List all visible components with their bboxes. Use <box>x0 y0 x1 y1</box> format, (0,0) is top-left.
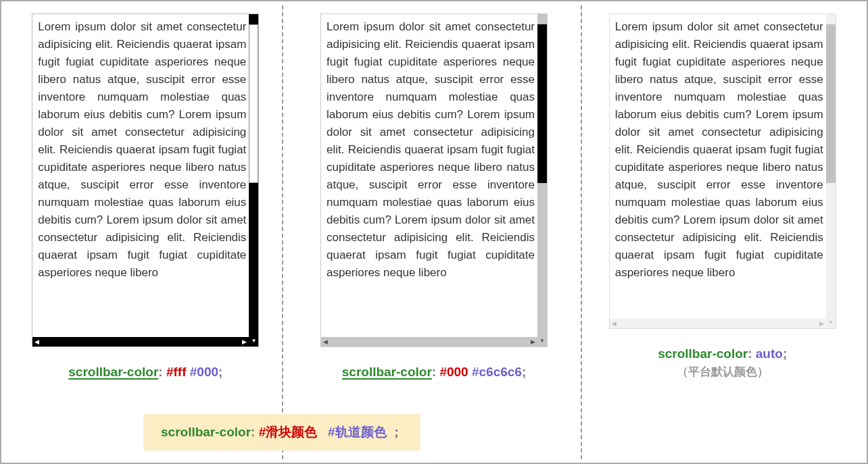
scroll-left-icon[interactable]: ◀ <box>34 337 39 346</box>
scroll-right-icon[interactable]: ▶ <box>531 337 535 346</box>
thumb-color: #000 <box>439 365 468 379</box>
scroll-down-icon[interactable]: ▼ <box>539 336 545 346</box>
scrollbar-thumb-vertical[interactable] <box>249 24 258 183</box>
scrollbar-thumb-vertical[interactable] <box>537 24 547 183</box>
scroll-down-icon[interactable]: ▼ <box>251 336 256 346</box>
thumb-placeholder: #滑块颜色 <box>259 425 318 439</box>
scrollbar-track-vertical[interactable] <box>249 14 258 337</box>
css-property: scrollbar-color <box>658 346 748 361</box>
demo-box-c: Lorem ipsum dolor sit amet consectetur a… <box>609 14 836 329</box>
thumb-color: #fff <box>166 365 187 379</box>
css-property: scrollbar-color <box>161 425 251 439</box>
scrollbar-track-vertical[interactable] <box>826 14 836 319</box>
scrollbar-thumb-vertical[interactable] <box>826 24 836 183</box>
caption-c: scrollbar-color: auto; <box>658 346 787 361</box>
css-property: scrollbar-color <box>68 365 158 379</box>
column-c: Lorem ipsum dolor sit amet consectetur a… <box>578 1 867 380</box>
scroll-right-icon[interactable]: ▶ <box>242 337 247 346</box>
syntax-legend: scrollbar-color: #滑块颜色 #轨道颜色 ； <box>143 414 420 450</box>
auto-value: auto <box>756 346 783 361</box>
scroll-right-icon[interactable]: ▶ <box>819 319 824 328</box>
caption-b: scrollbar-color: #000 #c6c6c6; <box>342 365 527 380</box>
demo-box-a: Lorem ipsum dolor sit amet consectetur a… <box>32 14 259 347</box>
column-a: Lorem ipsum dolor sit amet consectetur a… <box>1 1 290 380</box>
diagram-frame: Lorem ipsum dolor sit amet consectetur a… <box>0 0 868 464</box>
scroll-left-icon[interactable]: ◀ <box>612 319 617 328</box>
track-color: #c6c6c6 <box>472 365 522 379</box>
caption-a: scrollbar-color: #fff #000; <box>68 365 222 380</box>
column-b: Lorem ipsum dolor sit amet consectetur a… <box>290 1 579 380</box>
track-placeholder: #轨道颜色 <box>328 425 387 439</box>
columns: Lorem ipsum dolor sit amet consectetur a… <box>1 1 867 380</box>
scrollbar-track-horizontal[interactable] <box>610 319 836 328</box>
demo-text-a: Lorem ipsum dolor sit amet consectetur a… <box>38 18 246 334</box>
scrollbar-track-vertical[interactable] <box>537 14 547 337</box>
scroll-down-icon[interactable]: ▼ <box>828 318 834 328</box>
demo-text-b: Lorem ipsum dolor sit amet consectetur a… <box>327 18 535 334</box>
scrollbar-track-horizontal[interactable] <box>32 337 258 346</box>
demo-box-b: Lorem ipsum dolor sit amet consectetur a… <box>320 14 548 347</box>
track-color: #000 <box>190 365 218 379</box>
demo-text-c: Lorem ipsum dolor sit amet consectetur a… <box>615 18 823 316</box>
scrollbar-track-horizontal[interactable] <box>321 337 547 346</box>
scroll-left-icon[interactable]: ◀ <box>323 337 328 346</box>
css-property: scrollbar-color <box>342 365 432 379</box>
caption-c-subtitle: （平台默认颜色） <box>677 364 769 380</box>
